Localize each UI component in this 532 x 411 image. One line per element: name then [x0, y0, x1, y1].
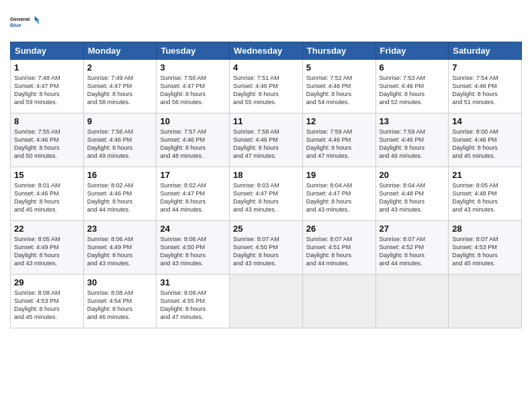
day-number: 23: [87, 224, 153, 234]
cell-details: Sunrise: 7:48 AMSunset: 4:47 PMDaylight:…: [14, 75, 60, 105]
cell-details: Sunrise: 7:56 AMSunset: 4:46 PMDaylight:…: [87, 128, 134, 159]
calendar-cell: 10 Sunrise: 7:57 AMSunset: 4:46 PMDaylig…: [157, 113, 230, 167]
svg-text:General: General: [10, 16, 30, 22]
day-number: 27: [380, 224, 445, 234]
calendar-cell: 15 Sunrise: 8:01 AMSunset: 4:46 PMDaylig…: [11, 167, 84, 221]
calendar-cell: 13 Sunrise: 7:59 AMSunset: 4:46 PMDaylig…: [375, 113, 449, 167]
cell-details: Sunrise: 8:03 AMSunset: 4:47 PMDaylight:…: [233, 182, 279, 213]
day-number: 31: [160, 277, 226, 287]
svg-marker-2: [35, 16, 39, 20]
cell-details: Sunrise: 8:08 AMSunset: 4:53 PMDaylight:…: [14, 289, 60, 320]
cell-details: Sunrise: 8:02 AMSunset: 4:47 PMDaylight:…: [160, 182, 206, 213]
calendar-cell: 20 Sunrise: 8:04 AMSunset: 4:48 PMDaylig…: [375, 167, 449, 221]
day-number: 1: [14, 62, 80, 73]
calendar-cell: 1 Sunrise: 7:48 AMSunset: 4:47 PMDayligh…: [11, 60, 84, 113]
calendar-cell: 23 Sunrise: 8:06 AMSunset: 4:49 PMDaylig…: [83, 221, 157, 275]
day-number: 7: [452, 62, 518, 73]
day-number: 16: [87, 170, 153, 180]
calendar-cell: 29 Sunrise: 8:08 AMSunset: 4:53 PMDaylig…: [11, 275, 84, 328]
day-number: 2: [87, 62, 153, 73]
calendar-cell: 30 Sunrise: 8:08 AMSunset: 4:54 PMDaylig…: [83, 275, 157, 328]
cell-details: Sunrise: 8:07 AMSunset: 4:50 PMDaylight:…: [233, 236, 279, 267]
cell-details: Sunrise: 7:59 AMSunset: 4:46 PMDaylight:…: [306, 128, 353, 159]
calendar-cell: 3 Sunrise: 7:50 AMSunset: 4:47 PMDayligh…: [157, 60, 230, 113]
header: General Blue: [10, 7, 522, 36]
calendar-cell: 16 Sunrise: 8:02 AMSunset: 4:46 PMDaylig…: [83, 167, 157, 221]
calendar-cell: 19 Sunrise: 8:04 AMSunset: 4:47 PMDaylig…: [302, 167, 375, 221]
page: General Blue SundayMondayTuesdayWednesda…: [0, 0, 532, 411]
day-number: 26: [306, 224, 372, 234]
col-header-wednesday: Wednesday: [230, 42, 303, 60]
cell-details: Sunrise: 8:06 AMSunset: 4:49 PMDaylight:…: [87, 236, 134, 267]
calendar-week-4: 22 Sunrise: 8:05 AMSunset: 4:49 PMDaylig…: [11, 221, 522, 275]
calendar-cell: 5 Sunrise: 7:52 AMSunset: 4:46 PMDayligh…: [302, 60, 375, 113]
day-number: 13: [380, 116, 445, 126]
calendar-cell: 22 Sunrise: 8:05 AMSunset: 4:49 PMDaylig…: [11, 221, 84, 275]
calendar-header-row: SundayMondayTuesdayWednesdayThursdayFrid…: [11, 42, 522, 60]
cell-details: Sunrise: 8:05 AMSunset: 4:48 PMDaylight:…: [452, 182, 498, 213]
day-number: 10: [160, 116, 226, 126]
day-number: 12: [306, 116, 372, 126]
cell-details: Sunrise: 8:00 AMSunset: 4:46 PMDaylight:…: [452, 128, 498, 159]
svg-marker-3: [35, 20, 39, 24]
calendar-cell: 17 Sunrise: 8:02 AMSunset: 4:47 PMDaylig…: [157, 167, 230, 221]
cell-details: Sunrise: 8:04 AMSunset: 4:48 PMDaylight:…: [380, 182, 426, 213]
col-header-friday: Friday: [375, 42, 449, 60]
svg-text:Blue: Blue: [10, 22, 22, 28]
calendar-cell-empty: [375, 275, 449, 328]
day-number: 5: [306, 62, 372, 73]
calendar-cell: 12 Sunrise: 7:59 AMSunset: 4:46 PMDaylig…: [302, 113, 375, 167]
calendar-table: SundayMondayTuesdayWednesdayThursdayFrid…: [10, 42, 522, 328]
calendar-cell: 9 Sunrise: 7:56 AMSunset: 4:46 PMDayligh…: [83, 113, 157, 167]
cell-details: Sunrise: 8:07 AMSunset: 4:53 PMDaylight:…: [452, 236, 498, 267]
day-number: 29: [14, 277, 80, 287]
cell-details: Sunrise: 8:07 AMSunset: 4:51 PMDaylight:…: [306, 236, 353, 267]
cell-details: Sunrise: 8:08 AMSunset: 4:55 PMDaylight:…: [160, 289, 206, 320]
calendar-week-2: 8 Sunrise: 7:55 AMSunset: 4:46 PMDayligh…: [11, 113, 522, 167]
calendar-cell: 31 Sunrise: 8:08 AMSunset: 4:55 PMDaylig…: [157, 275, 230, 328]
day-number: 30: [87, 277, 153, 287]
cell-details: Sunrise: 7:58 AMSunset: 4:46 PMDaylight:…: [233, 128, 279, 159]
day-number: 24: [160, 224, 226, 234]
day-number: 6: [380, 62, 445, 73]
col-header-sunday: Sunday: [11, 42, 84, 60]
calendar-cell-empty: [302, 275, 375, 328]
cell-details: Sunrise: 8:01 AMSunset: 4:46 PMDaylight:…: [14, 182, 60, 213]
day-number: 8: [14, 116, 80, 126]
day-number: 4: [233, 62, 299, 73]
day-number: 14: [452, 116, 518, 126]
col-header-monday: Monday: [83, 42, 157, 60]
cell-details: Sunrise: 8:07 AMSunset: 4:52 PMDaylight:…: [380, 236, 426, 267]
day-number: 28: [452, 224, 518, 234]
cell-details: Sunrise: 7:51 AMSunset: 4:46 PMDaylight:…: [233, 75, 279, 105]
logo-svg: General Blue: [10, 7, 40, 36]
calendar-cell-empty: [230, 275, 303, 328]
cell-details: Sunrise: 7:55 AMSunset: 4:46 PMDaylight:…: [14, 128, 60, 159]
day-number: 20: [380, 170, 445, 180]
calendar-cell: 25 Sunrise: 8:07 AMSunset: 4:50 PMDaylig…: [230, 221, 303, 275]
day-number: 17: [160, 170, 226, 180]
col-header-thursday: Thursday: [302, 42, 375, 60]
calendar-cell: 2 Sunrise: 7:49 AMSunset: 4:47 PMDayligh…: [83, 60, 157, 113]
calendar-cell-empty: [449, 275, 522, 328]
col-header-tuesday: Tuesday: [157, 42, 230, 60]
day-number: 9: [87, 116, 153, 126]
calendar-week-3: 15 Sunrise: 8:01 AMSunset: 4:46 PMDaylig…: [11, 167, 522, 221]
col-header-saturday: Saturday: [449, 42, 522, 60]
logo: General Blue: [10, 7, 40, 36]
day-number: 3: [160, 62, 226, 73]
cell-details: Sunrise: 7:54 AMSunset: 4:46 PMDaylight:…: [452, 75, 498, 105]
cell-details: Sunrise: 8:08 AMSunset: 4:54 PMDaylight:…: [87, 289, 134, 320]
cell-details: Sunrise: 7:59 AMSunset: 4:46 PMDaylight:…: [380, 128, 426, 159]
cell-details: Sunrise: 7:53 AMSunset: 4:46 PMDaylight:…: [380, 75, 426, 105]
calendar-week-1: 1 Sunrise: 7:48 AMSunset: 4:47 PMDayligh…: [11, 60, 522, 113]
calendar-cell: 14 Sunrise: 8:00 AMSunset: 4:46 PMDaylig…: [449, 113, 522, 167]
calendar-cell: 21 Sunrise: 8:05 AMSunset: 4:48 PMDaylig…: [449, 167, 522, 221]
cell-details: Sunrise: 7:49 AMSunset: 4:47 PMDaylight:…: [87, 75, 134, 105]
calendar-cell: 6 Sunrise: 7:53 AMSunset: 4:46 PMDayligh…: [375, 60, 449, 113]
cell-details: Sunrise: 7:50 AMSunset: 4:47 PMDaylight:…: [160, 75, 206, 105]
calendar-cell: 27 Sunrise: 8:07 AMSunset: 4:52 PMDaylig…: [375, 221, 449, 275]
day-number: 15: [14, 170, 80, 180]
day-number: 25: [233, 224, 299, 234]
cell-details: Sunrise: 7:52 AMSunset: 4:46 PMDaylight:…: [306, 75, 353, 105]
